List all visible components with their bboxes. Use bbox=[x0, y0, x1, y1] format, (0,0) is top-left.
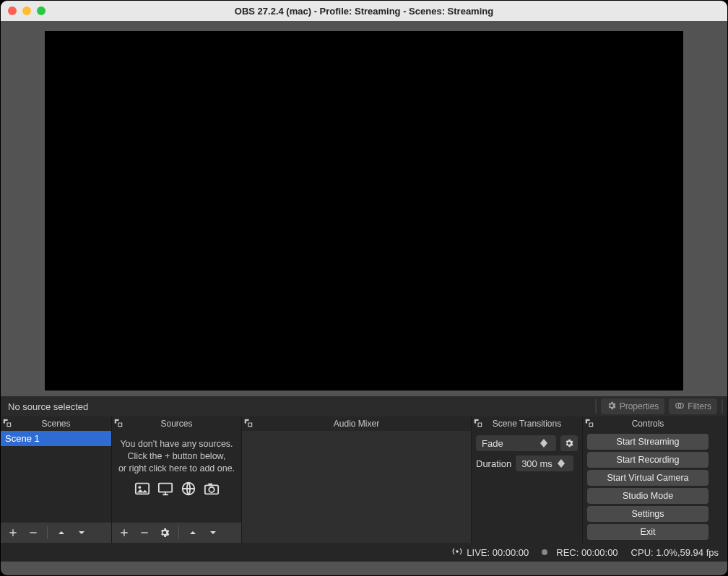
sources-empty-line: or right click here to add one. bbox=[116, 463, 237, 475]
sources-title: Sources bbox=[160, 419, 192, 429]
properties-button[interactable]: Properties bbox=[601, 398, 665, 414]
image-icon bbox=[133, 481, 152, 500]
controls-title: Controls bbox=[632, 419, 664, 429]
sources-dock: Sources You don't have any sources. Clic… bbox=[112, 416, 242, 543]
window-title: OBS 27.2.4 (mac) - Profile: Streaming - … bbox=[8, 6, 720, 17]
transition-select[interactable]: Fade bbox=[476, 435, 556, 451]
scene-transitions-dock: Scene Transitions Fade bbox=[472, 416, 583, 543]
content-area: No source selected Properties Filters Sc… bbox=[1, 21, 727, 575]
popout-icon[interactable] bbox=[473, 418, 483, 430]
traffic-lights bbox=[8, 6, 46, 15]
filters-icon bbox=[675, 401, 685, 413]
controls-body: Start Streaming Start Recording Start Vi… bbox=[583, 431, 713, 543]
record-dot-icon bbox=[542, 549, 547, 555]
popout-icon[interactable] bbox=[113, 418, 124, 430]
popout-icon[interactable] bbox=[243, 418, 254, 430]
sources-header: Sources bbox=[112, 416, 241, 431]
docks-row: Scenes Scene 1 Sources bbox=[1, 416, 727, 543]
start-recording-button[interactable]: Start Recording bbox=[587, 452, 708, 468]
maximize-window-button[interactable] bbox=[37, 6, 46, 15]
rec-text: REC: 00:00:00 bbox=[556, 547, 618, 558]
live-text: LIVE: 00:00:00 bbox=[467, 547, 529, 558]
audio-mixer-header: Audio Mixer bbox=[242, 416, 471, 431]
audio-mixer-body[interactable] bbox=[242, 431, 471, 543]
source-toolbar: No source selected Properties Filters bbox=[1, 396, 727, 416]
popout-icon[interactable] bbox=[2, 418, 12, 430]
controls-dock: Controls Start Streaming Start Recording… bbox=[583, 416, 713, 543]
status-cpu: CPU: 1.0%,59.94 fps bbox=[631, 547, 719, 558]
scenes-dock: Scenes Scene 1 bbox=[1, 416, 112, 543]
svg-rect-4 bbox=[158, 483, 171, 492]
sources-hint-icons bbox=[116, 481, 237, 500]
scenes-footer bbox=[1, 523, 111, 543]
close-window-button[interactable] bbox=[8, 6, 17, 15]
obs-window: OBS 27.2.4 (mac) - Profile: Streaming - … bbox=[0, 0, 728, 576]
preview-canvas[interactable] bbox=[45, 31, 683, 390]
filters-label: Filters bbox=[688, 401, 711, 411]
add-scene-button[interactable] bbox=[4, 524, 22, 541]
scenes-header: Scenes bbox=[1, 416, 111, 431]
status-rec: REC: 00:00:00 bbox=[542, 547, 618, 558]
camera-icon bbox=[202, 481, 221, 500]
properties-label: Properties bbox=[620, 401, 659, 411]
status-bar: LIVE: 00:00:00 REC: 00:00:00 CPU: 1.0%,5… bbox=[1, 543, 727, 562]
gear-icon bbox=[607, 401, 617, 413]
audio-mixer-title: Audio Mixer bbox=[334, 419, 379, 429]
move-source-down-button[interactable] bbox=[204, 524, 222, 541]
globe-icon bbox=[179, 481, 198, 500]
exit-button[interactable]: Exit bbox=[587, 524, 708, 540]
transition-selected: Fade bbox=[482, 438, 503, 449]
duration-label: Duration bbox=[476, 458, 511, 469]
monitor-icon bbox=[156, 481, 175, 500]
move-scene-down-button[interactable] bbox=[72, 524, 91, 541]
duration-value: 300 ms bbox=[521, 458, 552, 469]
scene-transitions-body: Fade Duration 300 ms bbox=[472, 431, 582, 543]
title-bar: OBS 27.2.4 (mac) - Profile: Streaming - … bbox=[1, 1, 727, 21]
svg-point-7 bbox=[209, 486, 214, 492]
audio-mixer-dock: Audio Mixer bbox=[242, 416, 472, 543]
sources-empty-line: Click the + button below, bbox=[116, 450, 237, 463]
settings-button[interactable]: Settings bbox=[587, 506, 708, 522]
cpu-text: CPU: 1.0%,59.94 fps bbox=[631, 547, 719, 558]
svg-point-9 bbox=[456, 550, 459, 553]
toolbar-separator bbox=[722, 399, 723, 414]
chevron-updown-icon bbox=[540, 439, 550, 448]
sources-empty-line: You don't have any sources. bbox=[116, 438, 237, 450]
spinner-icon[interactable] bbox=[558, 459, 568, 468]
sources-empty-message: You don't have any sources. Click the + … bbox=[112, 431, 241, 500]
sources-list[interactable]: You don't have any sources. Click the + … bbox=[112, 431, 241, 523]
sources-footer bbox=[112, 523, 241, 543]
svg-point-3 bbox=[138, 486, 141, 489]
source-properties-button[interactable] bbox=[155, 524, 174, 541]
toolbar-separator bbox=[595, 399, 597, 414]
popout-icon[interactable] bbox=[584, 418, 594, 430]
scenes-list[interactable]: Scene 1 bbox=[1, 431, 111, 523]
no-source-label: No source selected bbox=[8, 401, 88, 412]
preview-wrap bbox=[1, 21, 727, 396]
controls-header: Controls bbox=[583, 416, 713, 431]
add-source-button[interactable] bbox=[115, 524, 134, 541]
scene-transitions-title: Scene Transitions bbox=[493, 419, 561, 429]
duration-input[interactable]: 300 ms bbox=[516, 455, 573, 471]
move-source-up-button[interactable] bbox=[183, 524, 202, 541]
scene-transitions-header: Scene Transitions bbox=[472, 416, 582, 431]
scenes-title: Scenes bbox=[41, 419, 70, 429]
scene-item[interactable]: Scene 1 bbox=[1, 431, 111, 446]
transition-properties-button[interactable] bbox=[560, 435, 578, 451]
remove-source-button[interactable] bbox=[135, 524, 154, 541]
filters-button[interactable]: Filters bbox=[669, 398, 717, 414]
status-live: LIVE: 00:00:00 bbox=[452, 546, 529, 559]
minimize-window-button[interactable] bbox=[22, 6, 31, 15]
remove-scene-button[interactable] bbox=[24, 524, 43, 541]
svg-rect-8 bbox=[208, 483, 212, 485]
start-virtual-camera-button[interactable]: Start Virtual Camera bbox=[587, 470, 708, 486]
move-scene-up-button[interactable] bbox=[52, 524, 71, 541]
broadcast-icon bbox=[452, 546, 462, 559]
start-streaming-button[interactable]: Start Streaming bbox=[587, 434, 708, 450]
studio-mode-button[interactable]: Studio Mode bbox=[587, 488, 708, 504]
